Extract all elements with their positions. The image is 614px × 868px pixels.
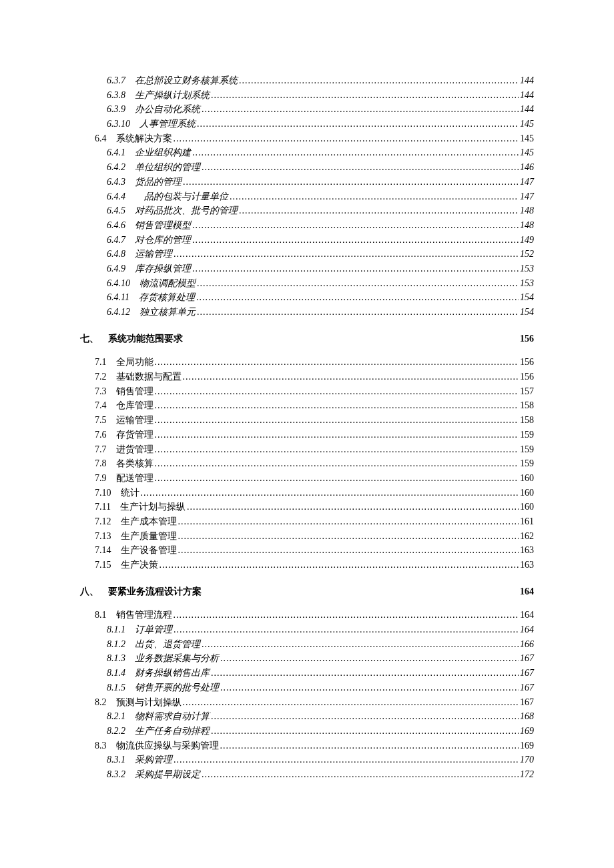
- toc-entry: 7.13生产质量管理162: [80, 529, 534, 544]
- toc-title: 存货管理: [116, 428, 154, 442]
- toc-entry: 7.9配送管理160: [80, 471, 534, 486]
- toc-page-number: 147: [520, 175, 534, 189]
- toc-title: 生产计划与操纵: [120, 500, 186, 514]
- toc-number: 6.3.9: [107, 102, 125, 117]
- toc-number: 7.8: [95, 456, 107, 471]
- toc-page-number: 147: [520, 189, 534, 204]
- toc-number: 8.3: [95, 739, 107, 753]
- toc-number: 6.4.6: [107, 218, 125, 233]
- toc-page-number: 154: [520, 290, 534, 305]
- toc-number: 6.4.5: [107, 203, 125, 218]
- toc-title: 采购管理: [135, 753, 172, 767]
- toc-leader-dots: [141, 486, 519, 500]
- toc-number: 6.3.7: [107, 73, 125, 88]
- toc-leader-dots: [155, 442, 519, 457]
- toc-page-number: 166: [520, 637, 534, 652]
- toc-leader-dots: [155, 471, 519, 486]
- toc-title: 物流供应操纵与采购管理: [116, 739, 219, 753]
- toc-page-number: 148: [520, 218, 534, 233]
- toc-title: 生产质量管理: [121, 529, 177, 544]
- toc-page-number: 163: [520, 543, 534, 558]
- toc-title: 生产决策: [121, 558, 158, 572]
- toc-number: 8.1.4: [107, 666, 125, 681]
- toc-number: 8.3.2: [107, 767, 125, 782]
- toc-leader-dots: [211, 709, 519, 724]
- toc-title: 运输管理: [116, 413, 154, 428]
- toc-entry: 7.15生产决策163: [80, 558, 534, 572]
- toc-leader-dots: [230, 189, 519, 204]
- toc-entry: 8.3.2采购提早期设定172: [80, 767, 534, 782]
- toc-entry: 6.4.5对药品批次、批号的管理148: [80, 203, 534, 218]
- toc-title: 物料需求自动计算: [135, 709, 210, 724]
- toc-title: 生产设备管理: [121, 543, 177, 558]
- toc-entry: 6.4.6销售管理模型148: [80, 218, 534, 233]
- toc-page-number: 160: [520, 500, 534, 514]
- toc-page-number: 167: [520, 651, 534, 666]
- toc-entry: 8.3.1采购管理170: [80, 753, 534, 767]
- toc-page-number: 156: [520, 332, 534, 346]
- toc-title: 存货核算处理: [139, 290, 195, 305]
- toc-leader-dots: [155, 456, 519, 471]
- toc-title: 在总部设立财务核算系统: [135, 73, 238, 88]
- toc-title: 库存操纵管理: [135, 262, 191, 276]
- toc-page-number: 162: [520, 529, 534, 544]
- toc-title: 企业组织构建: [135, 145, 191, 160]
- toc-title: 独立核算单元: [139, 305, 196, 320]
- toc-entry: 6.3.7在总部设立财务核算系统144: [80, 73, 534, 88]
- toc-title: 配送管理: [116, 471, 154, 486]
- toc-title: 办公自动化系统: [135, 102, 200, 117]
- toc-page-number: 159: [520, 428, 534, 442]
- toc-entry: 8.2.1物料需求自动计算168: [80, 709, 534, 724]
- toc-page-number: 144: [520, 73, 534, 88]
- toc-page-number: 170: [520, 753, 534, 767]
- toc-page-number: 164: [520, 608, 534, 622]
- toc-leader-dots: [192, 145, 519, 160]
- toc-page-number: 163: [520, 558, 534, 572]
- toc-page-number: 167: [520, 681, 534, 695]
- toc-number: 8.1: [95, 608, 107, 622]
- toc-title: 系统解决方案: [116, 131, 172, 146]
- toc-leader-dots: [192, 218, 519, 233]
- toc-leader-dots: [155, 384, 519, 399]
- toc-page-number: 154: [520, 305, 534, 320]
- toc-entry: 8.1.3业务数据采集与分析167: [80, 651, 534, 666]
- toc-page-number: 172: [520, 767, 534, 782]
- toc-page-number: 160: [520, 486, 534, 500]
- toc-title: 对仓库的管理: [135, 233, 191, 248]
- toc-number: 6.3.8: [107, 88, 125, 103]
- toc-title: 运输管理: [135, 247, 172, 262]
- toc-page-number: 156: [520, 370, 534, 384]
- toc-leader-dots: [160, 558, 519, 572]
- toc-page-number: 167: [520, 695, 534, 710]
- toc-number: 6.4.9: [107, 262, 125, 276]
- toc-entry: 8.2预测与计划操纵167: [80, 695, 534, 710]
- toc-leader-dots: [184, 340, 519, 342]
- toc-title: 进货管理: [116, 442, 154, 457]
- toc-entry: 6.4.12独立核算单元154: [80, 305, 534, 320]
- toc-title: 统计: [121, 486, 139, 500]
- toc-page-number: 145: [520, 131, 534, 146]
- toc-title: 对药品批次、批号的管理: [135, 203, 238, 218]
- toc-number: 6.4.4: [107, 189, 125, 204]
- toc-leader-dots: [183, 370, 519, 384]
- toc-title: 物流调配模型: [139, 276, 196, 291]
- toc-entry: 8.2.2生产任务自动排程169: [80, 724, 534, 739]
- toc-leader-dots: [203, 593, 519, 594]
- toc-leader-dots: [220, 651, 519, 666]
- toc-title: 生产成本管理: [121, 514, 177, 529]
- toc-entry: 7.1全局功能156: [80, 355, 534, 370]
- toc-title: 基础数据与配置: [116, 370, 182, 384]
- toc-number: 7.7: [95, 442, 107, 457]
- toc-entry: 7.6存货管理159: [80, 428, 534, 442]
- toc-page-number: 148: [520, 203, 534, 218]
- toc-leader-dots: [174, 608, 519, 622]
- toc-title: 系统功能范围要求: [108, 332, 183, 346]
- toc-leader-dots: [197, 117, 519, 131]
- toc-title: 销售管理流程: [116, 608, 172, 622]
- toc-page-number: 159: [520, 456, 534, 471]
- toc-entry: 6.4系统解决方案145: [80, 131, 534, 146]
- toc-title: 要紧业务流程设计方案: [108, 584, 202, 599]
- toc-title: 销售管理: [116, 384, 154, 399]
- toc-number: 8.1.1: [107, 622, 125, 637]
- toc-number: 8.1.3: [107, 651, 125, 666]
